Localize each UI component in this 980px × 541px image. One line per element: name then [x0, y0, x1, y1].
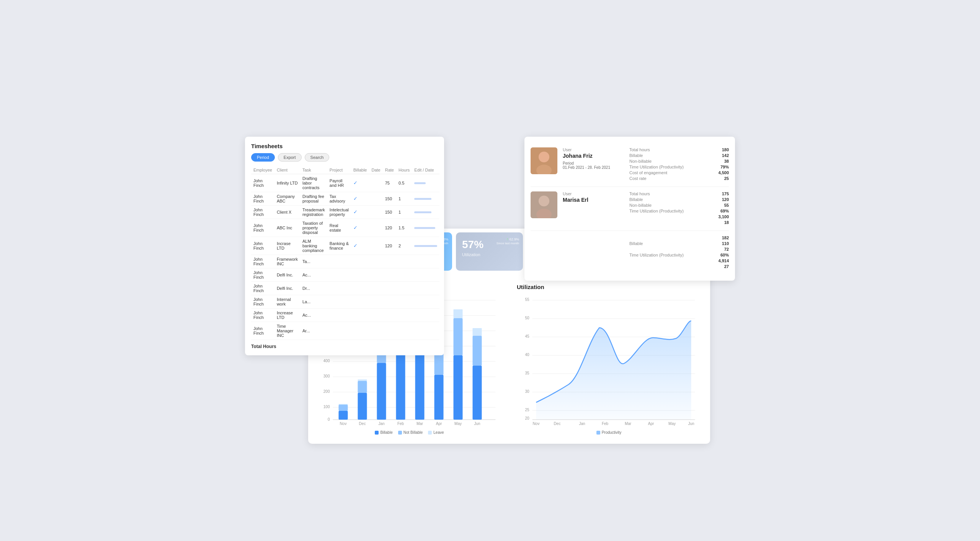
table-row: John FinchFramework INCTa... [251, 255, 439, 268]
svg-text:Dec: Dec [554, 422, 561, 426]
stat-desc-3: Utilization [462, 252, 517, 257]
svg-text:Jan: Jan [378, 422, 384, 426]
user-label-2: User [563, 191, 624, 196]
svg-rect-33 [396, 348, 405, 420]
svg-rect-47 [473, 328, 482, 336]
col-billable: Billable [351, 166, 369, 174]
svg-text:Feb: Feb [397, 422, 404, 426]
svg-rect-30 [377, 363, 386, 420]
table-row: John FinchDelfi Inc.Ac... [251, 268, 439, 281]
svg-text:20: 20 [525, 416, 529, 420]
svg-point-4 [539, 196, 549, 206]
user-stats-3: 182 Billable110 72 Time Utilization (Pro… [629, 235, 729, 270]
period-button[interactable]: Period [251, 153, 275, 162]
svg-rect-39 [434, 375, 444, 420]
svg-text:Jun: Jun [474, 422, 480, 426]
svg-text:May: May [454, 422, 462, 426]
col-date: Date [369, 166, 382, 174]
stat-card-utilization-1: 57% Utilization ↑ 62.9%Since last month [456, 232, 523, 271]
table-row: John FinchABC IncTaxation of property di… [251, 219, 439, 237]
total-hours-label: Total Hours [251, 344, 438, 349]
svg-rect-28 [358, 381, 367, 393]
line-chart-svg: 55 50 45 40 35 30 25 20 [517, 296, 701, 427]
svg-text:100: 100 [323, 405, 330, 409]
svg-rect-26 [339, 404, 348, 405]
table-row: John FinchCompany ABCDrafting fee propos… [251, 192, 439, 205]
svg-rect-46 [473, 336, 482, 366]
col-client: Client [274, 166, 300, 174]
line-chart-legend: Productivity [517, 430, 701, 435]
user-info-3 [531, 235, 624, 270]
user-card-2: User Marisa Erl Total hours175 Billable1… [531, 187, 729, 231]
export-button[interactable]: Export [278, 153, 302, 162]
bar-chart-legend: Billable Not Billable Leave [317, 430, 501, 435]
svg-text:Apr: Apr [648, 422, 654, 426]
table-row: John FinchTime Manager INCAr... [251, 322, 439, 340]
user-label-1: User [563, 147, 624, 152]
table-row: John FinchInternal workLa... [251, 295, 439, 308]
svg-text:300: 300 [323, 374, 330, 378]
svg-text:Nov: Nov [533, 422, 540, 426]
svg-text:Jun: Jun [688, 422, 694, 426]
svg-text:30: 30 [525, 389, 529, 394]
svg-rect-25 [339, 405, 348, 411]
dashboard: Timesheets Period Export Search Employee… [245, 137, 735, 405]
svg-text:Mar: Mar [416, 422, 423, 426]
user-card-3: 182 Billable110 72 Time Utilization (Pro… [531, 231, 729, 275]
svg-text:200: 200 [323, 389, 330, 394]
table-row: John FinchInfinity LTDDrafting labor con… [251, 174, 439, 192]
user-stats-1: Total hours180 Billable142 Non-billable3… [629, 147, 729, 182]
utilization-title: Utilization [517, 284, 701, 290]
svg-text:Feb: Feb [602, 422, 609, 426]
stat-change-3: ↑ 62.9%Since last month [497, 237, 519, 245]
col-employee: Employee [251, 166, 274, 174]
user-card-1: User Johana Friz Period01.Feb 2021 - 28.… [531, 143, 729, 187]
svg-text:35: 35 [525, 371, 529, 375]
table-row: John FinchClient XTreademark registratio… [251, 205, 439, 219]
search-button[interactable]: Search [305, 153, 330, 162]
svg-rect-29 [358, 379, 367, 381]
svg-text:40: 40 [525, 353, 529, 357]
svg-text:55: 55 [525, 297, 529, 302]
svg-text:0: 0 [328, 417, 330, 422]
svg-text:Nov: Nov [340, 422, 347, 426]
svg-rect-42 [454, 355, 463, 420]
svg-rect-43 [454, 318, 463, 355]
user-name-1: Johana Friz [563, 153, 624, 159]
svg-text:Dec: Dec [359, 422, 366, 426]
ts-toolbar: Period Export Search [251, 153, 438, 162]
svg-rect-45 [473, 366, 482, 420]
svg-rect-27 [358, 393, 367, 420]
user-cards-panel: User Johana Friz Period01.Feb 2021 - 28.… [524, 137, 735, 281]
col-task: Task [300, 166, 327, 174]
col-project: Project [327, 166, 351, 174]
svg-rect-24 [339, 411, 348, 420]
utilization-chart: Utilization 55 50 45 40 35 30 25 20 [517, 284, 701, 435]
col-hours: Hours [396, 166, 412, 174]
col-rate: Rate [383, 166, 396, 174]
user-period-1: Period01.Feb 2021 - 28. Feb 2021 [563, 161, 624, 170]
svg-text:25: 25 [525, 408, 529, 412]
svg-text:45: 45 [525, 334, 529, 338]
table-row: John FinchIncrase LTDALM banking complia… [251, 237, 439, 255]
timesheets-title: Timesheets [251, 143, 438, 149]
svg-text:50: 50 [525, 316, 529, 320]
avatar-2 [531, 191, 557, 218]
svg-text:400: 400 [323, 359, 330, 363]
timesheets-table: Employee Client Task Project Billable Da… [251, 166, 439, 340]
line-chart-area: 55 50 45 40 35 30 25 20 [517, 296, 701, 427]
col-edit: Edit / Date [412, 166, 439, 174]
user-info-2: User Marisa Erl [563, 191, 624, 226]
user-info-1: User Johana Friz Period01.Feb 2021 - 28.… [563, 147, 624, 182]
table-row: John FinchDelfi Inc.Dr... [251, 281, 439, 295]
timesheets-panel: Timesheets Period Export Search Employee… [245, 137, 444, 355]
table-row: John FinchIncrease LTDAc... [251, 308, 439, 322]
svg-text:May: May [668, 422, 676, 426]
user-stats-2: Total hours175 Billable120 Non-billable5… [629, 191, 729, 226]
svg-text:Jan: Jan [579, 422, 585, 426]
user-name-2: Marisa Erl [563, 197, 624, 203]
svg-point-1 [539, 152, 549, 162]
svg-text:Mar: Mar [625, 422, 632, 426]
svg-rect-44 [454, 309, 463, 318]
svg-text:Apr: Apr [436, 422, 442, 426]
